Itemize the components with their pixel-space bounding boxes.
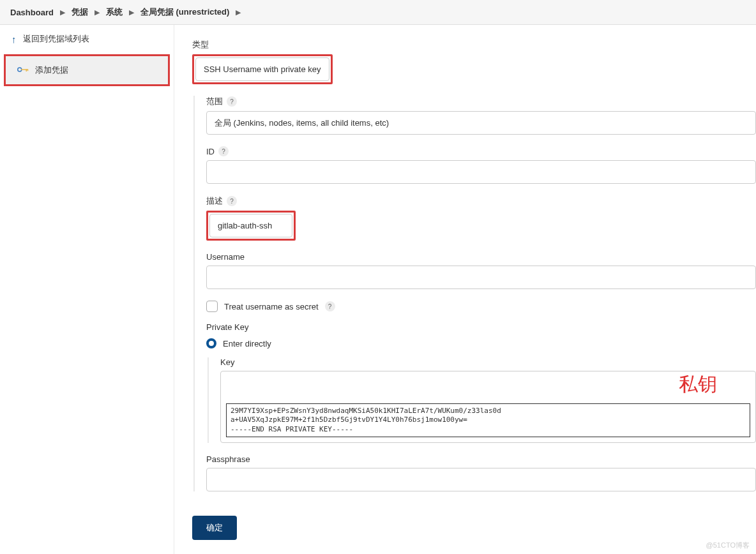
help-icon[interactable]: ? — [227, 96, 237, 107]
description-label: 描述 ? — [206, 195, 756, 207]
breadcrumb: Dashboard ▶ 凭据 ▶ 系统 ▶ 全局凭据 (unrestricted… — [0, 0, 756, 25]
treat-username-secret-label: Treat username as secret — [224, 302, 319, 311]
svg-rect-2 — [26, 69, 27, 71]
key-label: Key — [220, 357, 756, 367]
key-icon — [17, 65, 29, 76]
sidebar-back-label: 返回到凭据域列表 — [23, 33, 89, 45]
arrow-up-icon: ↑ — [11, 34, 17, 45]
scope-select[interactable]: 全局 (Jenkins, nodes, items, all child ite… — [206, 111, 756, 135]
breadcrumb-global[interactable]: 全局凭据 (unrestricted) — [140, 6, 229, 18]
svg-rect-3 — [27, 69, 29, 71]
sidebar-add-label: 添加凭据 — [35, 64, 68, 76]
scope-label: 范围 ? — [206, 96, 756, 107]
treat-username-secret-checkbox[interactable] — [206, 301, 218, 312]
sidebar-add-credentials[interactable]: 添加凭据 — [4, 54, 170, 86]
sidebar: ↑ 返回到凭据域列表 添加凭据 — [0, 25, 174, 554]
type-label: 类型 — [192, 39, 756, 50]
help-icon[interactable]: ? — [227, 196, 237, 206]
enter-directly-radio[interactable] — [206, 338, 216, 348]
submit-button[interactable]: 确定 — [192, 516, 237, 540]
key-textarea[interactable]: 29M7YI9Xsp+EPsZWsnY3yd8nwdaqMKSiA50k1KHI… — [226, 403, 750, 437]
breadcrumb-dashboard[interactable]: Dashboard — [10, 8, 54, 17]
annotation-private-key: 私钥 — [679, 371, 717, 398]
breadcrumb-credentials[interactable]: 凭据 — [72, 6, 88, 18]
passphrase-input[interactable] — [206, 468, 756, 491]
type-select[interactable]: SSH Username with private key — [195, 57, 329, 81]
key-textarea-wrapper: 29M7YI9Xsp+EPsZWsnY3yd8nwdaqMKSiA50k1KHI… — [220, 371, 756, 443]
username-input[interactable] — [206, 266, 756, 289]
help-icon[interactable]: ? — [325, 301, 335, 311]
watermark: @51CTO博客 — [706, 541, 750, 550]
username-label: Username — [206, 252, 756, 262]
id-input[interactable] — [206, 160, 756, 184]
enter-directly-label: Enter directly — [223, 339, 271, 348]
chevron-right-icon: ▶ — [94, 8, 100, 17]
chevron-right-icon: ▶ — [60, 8, 65, 17]
sidebar-back-link[interactable]: ↑ 返回到凭据域列表 — [0, 25, 174, 53]
breadcrumb-system[interactable]: 系统 — [106, 6, 123, 18]
id-label: ID ? — [206, 146, 756, 156]
main-form: 类型 SSH Username with private key 范围 ? 全局… — [174, 25, 756, 554]
svg-point-0 — [18, 68, 22, 71]
help-icon[interactable]: ? — [218, 146, 229, 156]
chevron-right-icon: ▶ — [236, 8, 241, 17]
private-key-label: Private Key — [206, 322, 756, 332]
description-input[interactable] — [209, 214, 292, 237]
passphrase-label: Passphrase — [206, 454, 756, 464]
chevron-right-icon: ▶ — [129, 8, 134, 17]
